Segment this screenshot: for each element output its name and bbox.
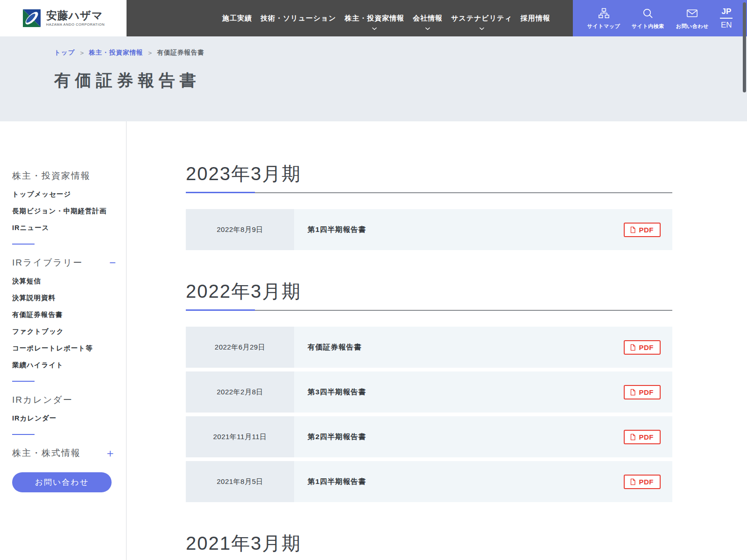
sidebar-item[interactable]: 決算短信 <box>12 277 126 286</box>
nav-item-4[interactable]: サステナビリティ <box>451 0 512 36</box>
sidebar-group-1: IRライブラリー−決算短信決算説明資料有価証券報告書ファクトブックコーポレートレ… <box>12 257 126 370</box>
report-section-1: 2022年3月期2022年6月29日有価証券報告書PDF2022年2月8日第3四… <box>186 280 672 502</box>
report-date: 2022年6月29日 <box>186 327 294 368</box>
pdf-file-icon <box>630 434 636 441</box>
sidebar-group-header: IRライブラリー− <box>12 257 126 269</box>
report-rows: 2022年8月9日第1四半期報告書PDF <box>186 209 672 250</box>
expand-plus-icon[interactable]: ＋ <box>105 448 116 459</box>
report-date: 2021年8月5日 <box>186 461 294 502</box>
report-body: 第2四半期報告書PDF <box>294 416 672 457</box>
util-sitemap[interactable]: サイトマップ <box>587 7 620 30</box>
sidebar-group-title[interactable]: IRライブラリー <box>12 257 83 269</box>
sidebar-group-title[interactable]: 株主・株式情報 <box>12 447 81 459</box>
pdf-label: PDF <box>639 478 654 486</box>
pdf-file-icon <box>630 226 636 233</box>
sidebar: 株主・投資家情報トップメッセージ長期ビジョン・中期経営計画IRニュースIRライブ… <box>0 121 127 560</box>
nav-item-label: 採用情報 <box>521 14 550 23</box>
content-area: 株主・投資家情報トップメッセージ長期ビジョン・中期経営計画IRニュースIRライブ… <box>0 121 747 560</box>
nav-item-label: 株主・投資家情報 <box>345 14 404 23</box>
report-row: 2021年8月5日第1四半期報告書PDF <box>186 461 672 502</box>
section-rule <box>186 310 672 311</box>
breadcrumb-item-2: 有価証券報告書 <box>157 49 204 57</box>
report-date: 2022年8月9日 <box>186 209 294 250</box>
sidebar-item[interactable]: IRニュース <box>12 224 126 232</box>
company-logo-icon <box>22 8 42 28</box>
sidebar-group-0: 株主・投資家情報トップメッセージ長期ビジョン・中期経営計画IRニュース <box>12 170 126 232</box>
report-date: 2021年11月11日 <box>186 416 294 457</box>
report-title: 第1四半期報告書 <box>308 477 366 487</box>
pdf-download-button[interactable]: PDF <box>624 430 661 444</box>
collapse-minus-icon[interactable]: − <box>109 257 116 268</box>
sitemap-icon <box>598 7 610 20</box>
report-title: 有価証券報告書 <box>308 343 362 352</box>
nav-item-0[interactable]: 施工実績 <box>222 0 252 36</box>
company-name-en: HAZAMA ANDO CORPORATION <box>46 23 105 27</box>
breadcrumb-separator: > <box>148 49 152 56</box>
pdf-label: PDF <box>639 388 654 396</box>
sidebar-item[interactable]: ファクトブック <box>12 327 126 336</box>
sidebar-divider <box>12 244 35 245</box>
breadcrumb-item-0[interactable]: トップ <box>54 49 75 57</box>
nav-item-5[interactable]: 採用情報 <box>521 0 550 36</box>
chevron-down-icon <box>372 27 377 30</box>
sidebar-item[interactable]: IRカレンダー <box>12 414 126 423</box>
breadcrumb: トップ>株主・投資家情報>有価証券報告書 <box>54 36 747 57</box>
report-row: 2022年2月8日第3四半期報告書PDF <box>186 371 672 413</box>
sidebar-item[interactable]: コーポレートレポート等 <box>12 344 126 353</box>
util-label: サイトマップ <box>587 23 620 30</box>
pdf-label: PDF <box>639 343 654 351</box>
sidebar-item[interactable]: 長期ビジョン・中期経営計画 <box>12 207 126 216</box>
report-section-0: 2023年3月期2022年8月9日第1四半期報告書PDF <box>186 162 672 250</box>
nav-item-2[interactable]: 株主・投資家情報 <box>345 0 404 36</box>
report-body: 有価証券報告書PDF <box>294 327 672 368</box>
sidebar-group-title[interactable]: 株主・投資家情報 <box>12 170 91 182</box>
section-heading: 2021年3月期 <box>186 532 672 554</box>
pdf-download-button[interactable]: PDF <box>624 223 661 237</box>
sidebar-group-title[interactable]: IRカレンダー <box>12 394 73 406</box>
sidebar-item[interactable]: 業績ハイライト <box>12 361 126 370</box>
pdf-download-button[interactable]: PDF <box>624 385 661 399</box>
pdf-label: PDF <box>639 433 654 441</box>
sidebar-divider <box>12 434 35 435</box>
sidebar-item[interactable]: 決算説明資料 <box>12 294 126 302</box>
sidebar-group-header: 株主・投資家情報 <box>12 170 126 182</box>
lang-en[interactable]: EN <box>721 21 732 30</box>
search-icon <box>641 7 654 20</box>
report-body: 第1四半期報告書PDF <box>294 209 672 250</box>
nav-item-3[interactable]: 会社情報 <box>413 0 443 36</box>
main-nav: 施工実績技術・ソリューション株主・投資家情報会社情報サステナビリティ採用情報 <box>127 0 573 36</box>
util-mail[interactable]: お問い合わせ <box>676 7 709 30</box>
sidebar-item[interactable]: トップメッセージ <box>12 190 126 199</box>
pdf-file-icon <box>630 344 636 351</box>
pdf-label: PDF <box>639 226 654 234</box>
pdf-download-button[interactable]: PDF <box>624 475 661 489</box>
section-heading: 2023年3月期 <box>186 162 672 185</box>
lang-jp[interactable]: JP <box>720 7 733 19</box>
nav-item-label: サステナビリティ <box>451 14 512 23</box>
nav-item-label: 技術・ソリューション <box>261 14 336 23</box>
page-title: 有価証券報告書 <box>54 70 747 91</box>
breadcrumb-item-1[interactable]: 株主・投資家情報 <box>89 49 143 57</box>
language-switcher[interactable]: JP EN <box>720 7 733 30</box>
sidebar-item[interactable]: 有価証券報告書 <box>12 310 126 319</box>
report-title: 第3四半期報告書 <box>308 387 366 397</box>
pdf-download-button[interactable]: PDF <box>624 340 661 355</box>
nav-item-label: 施工実績 <box>222 14 252 23</box>
chevron-down-icon <box>479 27 484 30</box>
mail-icon <box>686 7 698 20</box>
report-title: 第2四半期報告書 <box>308 432 366 442</box>
report-row: 2021年11月11日第2四半期報告書PDF <box>186 416 672 457</box>
company-name: 安藤ハザマ <box>46 10 105 21</box>
pdf-file-icon <box>630 389 636 396</box>
contact-button[interactable]: お問い合わせ <box>12 472 112 492</box>
util-search[interactable]: サイト内検索 <box>632 7 664 30</box>
section-heading: 2022年3月期 <box>186 280 672 302</box>
nav-item-1[interactable]: 技術・ソリューション <box>261 0 336 36</box>
company-logo[interactable]: 安藤ハザマ HAZAMA ANDO CORPORATION <box>0 0 127 36</box>
report-title: 第1四半期報告書 <box>308 225 366 235</box>
report-rows: 2022年6月29日有価証券報告書PDF2022年2月8日第3四半期報告書PDF… <box>186 327 672 502</box>
sidebar-group-header: IRカレンダー <box>12 394 126 406</box>
scrollbar-thumb[interactable] <box>743 2 746 92</box>
util-label: サイト内検索 <box>632 23 664 30</box>
report-row: 2022年8月9日第1四半期報告書PDF <box>186 209 672 250</box>
